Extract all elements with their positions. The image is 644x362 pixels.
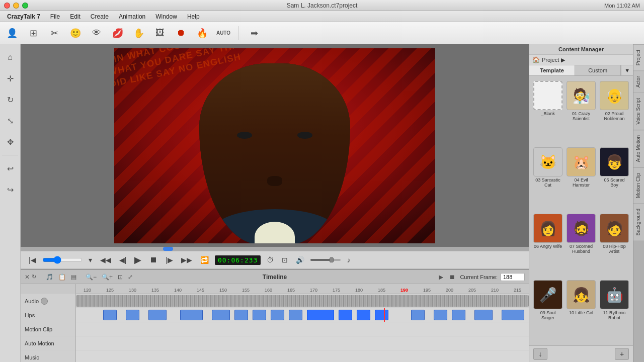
char-soul-singer[interactable]: 🎤 09 Soul Singer bbox=[532, 278, 564, 342]
tool-pointer-icon[interactable]: ✂ bbox=[46, 25, 62, 41]
rtab-motion-clip[interactable]: Motion Clip bbox=[633, 167, 644, 203]
lip-clip-3[interactable] bbox=[148, 310, 167, 320]
volume-slider[interactable] bbox=[310, 259, 341, 261]
transport-music-icon[interactable]: ♪ bbox=[345, 255, 352, 265]
tool-undo[interactable]: ↩ bbox=[1, 159, 19, 177]
content-dropdown-btn[interactable]: ▼ bbox=[621, 65, 633, 75]
transport-time-mode[interactable]: ⏱ bbox=[265, 255, 276, 265]
transport-loop[interactable]: 🔁 bbox=[198, 255, 211, 265]
lip-clip-1[interactable] bbox=[103, 310, 117, 320]
content-download-btn[interactable]: ↓ bbox=[533, 348, 547, 360]
char-scared-boy[interactable]: 👦 05 Scared Boy bbox=[599, 145, 630, 210]
lip-clip-12[interactable] bbox=[357, 310, 370, 320]
lip-clip-14[interactable] bbox=[411, 310, 425, 320]
tl-zoom-frame[interactable]: ⊡ bbox=[116, 273, 124, 281]
transport-forward[interactable]: ▶▶ bbox=[179, 255, 194, 265]
tool-resize[interactable]: ⤡ bbox=[1, 112, 19, 130]
char-hip-hop-artist[interactable]: 🧑 08 Hip-Hop Artist bbox=[599, 212, 630, 276]
tool-pan[interactable]: ✥ bbox=[1, 133, 19, 151]
tl-tool-3[interactable]: ▤ bbox=[69, 273, 78, 281]
tool-lips-icon[interactable]: 💋 bbox=[110, 25, 126, 41]
rtab-actor[interactable]: Actor bbox=[633, 70, 644, 93]
tool-image-icon[interactable]: 🖼 bbox=[152, 25, 168, 41]
char-evil-hamster[interactable]: 🐹 04 Evil Hamster bbox=[566, 145, 597, 210]
rtab-auto-motion[interactable]: Auto Motion bbox=[633, 130, 644, 167]
tool-eye-icon[interactable]: 👁 bbox=[89, 25, 105, 41]
rtab-voice-script[interactable]: Voice Script bbox=[633, 93, 644, 130]
tl-tool-2[interactable]: 📋 bbox=[57, 273, 67, 281]
transport-play[interactable]: ▶ bbox=[132, 253, 143, 266]
rtab-project[interactable]: Project bbox=[633, 44, 644, 70]
timeline-close-btn[interactable]: ✕ bbox=[25, 274, 30, 281]
tracks-area[interactable]: 120 125 130 135 140 145 150 155 160 165 … bbox=[76, 284, 529, 362]
transport-back[interactable]: ◀◀ bbox=[98, 255, 113, 265]
lip-clip-6[interactable] bbox=[234, 310, 248, 320]
transport-stop[interactable]: ⏹ bbox=[147, 254, 159, 265]
char-sarcastic-cat[interactable]: 🐱 03 Sarcastic Cat bbox=[532, 145, 564, 210]
tool-face-icon[interactable]: 🙂 bbox=[67, 25, 84, 41]
tool-rotate[interactable]: ↻ bbox=[1, 90, 19, 109]
tool-export-icon[interactable]: ➡ bbox=[246, 25, 262, 41]
maximize-button[interactable] bbox=[22, 3, 28, 9]
tl-zoom-in[interactable]: 🔍+ bbox=[100, 273, 114, 281]
tl-tool-1[interactable]: 🎵 bbox=[44, 273, 55, 281]
tool-grid-icon[interactable]: ⊞ bbox=[25, 25, 41, 41]
char-rhythmic-robot[interactable]: 🤖 11 Rythmic Robot bbox=[599, 278, 630, 342]
lip-clip-2[interactable] bbox=[126, 310, 139, 320]
lip-clip-4[interactable] bbox=[180, 310, 203, 320]
menu-help[interactable]: Help bbox=[183, 12, 204, 21]
window-controls[interactable] bbox=[4, 3, 28, 9]
lip-clip-13[interactable] bbox=[375, 310, 388, 320]
transport-position-slider[interactable] bbox=[42, 256, 83, 264]
char-angry-wife[interactable]: 👩 06 Angry Wife bbox=[532, 212, 564, 276]
menu-appname[interactable]: CrazyTalk 7 bbox=[3, 12, 44, 21]
lip-clip-7[interactable] bbox=[253, 310, 266, 320]
close-button[interactable] bbox=[4, 3, 10, 9]
tool-redo[interactable]: ↪ bbox=[1, 180, 19, 199]
transport-rewind-start[interactable]: |◀ bbox=[27, 255, 38, 265]
transport-step-forward[interactable]: |▶ bbox=[164, 255, 175, 265]
transport-fit-view[interactable]: ⊡ bbox=[280, 255, 290, 265]
tl-zoom-out[interactable]: 🔍− bbox=[84, 273, 98, 281]
menu-file[interactable]: File bbox=[46, 12, 64, 21]
current-frame-input[interactable] bbox=[501, 273, 525, 281]
tool-move[interactable]: ✛ bbox=[1, 69, 19, 87]
lip-clip-17[interactable] bbox=[474, 310, 493, 320]
transport-marker-down[interactable]: ▾ bbox=[87, 255, 94, 265]
lip-clip-18[interactable] bbox=[502, 310, 524, 320]
menu-create[interactable]: Create bbox=[87, 12, 113, 21]
lip-clip-8[interactable] bbox=[271, 310, 284, 320]
lip-clip-10[interactable] bbox=[307, 310, 334, 320]
tool-auto-icon[interactable]: AUTO bbox=[215, 25, 231, 41]
scroll-thumb[interactable] bbox=[163, 247, 173, 251]
menu-edit[interactable]: Edit bbox=[66, 12, 85, 21]
timeline-scrollbar[interactable] bbox=[21, 247, 529, 251]
rtab-background[interactable]: Background bbox=[633, 203, 644, 240]
tl-stop[interactable]: ⏹ bbox=[448, 273, 457, 281]
tool-record-icon[interactable]: ⏺ bbox=[173, 25, 189, 41]
tool-hand-icon[interactable]: ✋ bbox=[131, 25, 147, 41]
content-add-btn[interactable]: + bbox=[615, 348, 629, 360]
menu-animation[interactable]: Animation bbox=[115, 12, 149, 21]
transport-audio-icon[interactable]: 🔊 bbox=[294, 255, 306, 265]
tab-template[interactable]: Template bbox=[529, 65, 575, 75]
transport-step-back[interactable]: ◀| bbox=[117, 255, 129, 265]
char-crazy-scientist[interactable]: 🧑‍🔬 01 Crazy Scientist bbox=[566, 79, 597, 143]
tool-actor-icon[interactable]: 👤 bbox=[4, 25, 20, 41]
lip-clip-11[interactable] bbox=[339, 310, 352, 320]
minimize-button[interactable] bbox=[13, 3, 19, 9]
tl-play[interactable]: ▶ bbox=[437, 273, 445, 281]
lip-clip-15[interactable] bbox=[434, 310, 447, 320]
char-scorned-husband[interactable]: 🧔 07 Scorned Husband bbox=[566, 212, 597, 276]
tool-home[interactable]: ⌂ bbox=[1, 48, 19, 66]
tool-fire-icon[interactable]: 🔥 bbox=[194, 25, 210, 41]
lip-clip-9[interactable] bbox=[289, 310, 302, 320]
lip-clip-16[interactable] bbox=[452, 310, 465, 320]
char-little-girl[interactable]: 👧 10 Little Girl bbox=[566, 278, 597, 342]
tab-custom[interactable]: Custom bbox=[575, 65, 621, 75]
menu-window[interactable]: Window bbox=[151, 12, 181, 21]
audio-mute-btn[interactable] bbox=[41, 298, 48, 305]
char-proud-nobleman[interactable]: 👴 02 Proud Nobleman bbox=[599, 79, 630, 143]
tl-fit[interactable]: ⤢ bbox=[126, 273, 134, 281]
lip-clip-5[interactable] bbox=[212, 310, 230, 320]
